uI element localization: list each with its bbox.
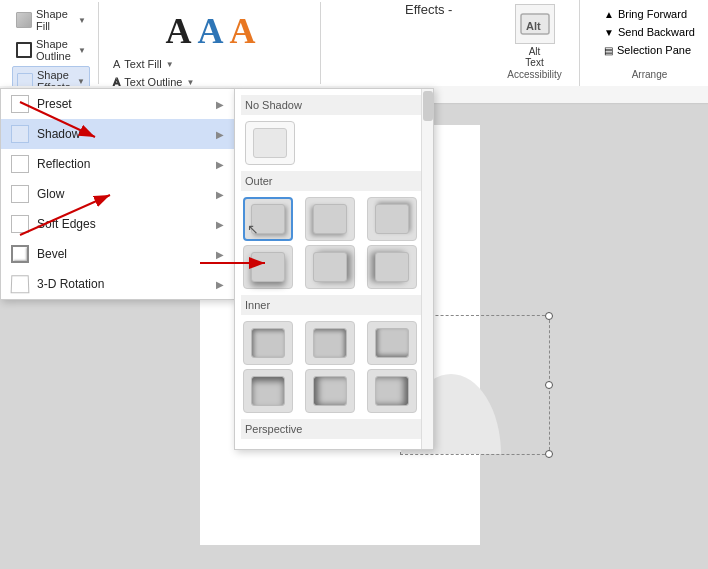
- no-shadow-label: No Shadow: [241, 95, 427, 115]
- text-fill-btn[interactable]: A Text Fill ▼: [109, 56, 312, 72]
- shape-fill-arrow: ▼: [78, 16, 86, 25]
- perspective-label: Perspective: [241, 419, 427, 439]
- inner-shadow-1[interactable]: [243, 321, 293, 365]
- bring-forward-button[interactable]: ▲ Bring Forward: [600, 6, 699, 22]
- outer-shadow-6-inner: [375, 252, 409, 282]
- effects-header: Effects -: [405, 2, 452, 17]
- preset-icon: [11, 95, 29, 113]
- inner-shadow-5-inner: [313, 376, 347, 406]
- send-backward-icon: ▼: [604, 27, 614, 38]
- glow-icon: [11, 185, 29, 203]
- shape-outline-icon: [16, 42, 32, 58]
- context-menu: Preset ▶ Shadow ▶ Reflection ▶ Glow ▶ So…: [0, 88, 235, 300]
- ribbon-top: Shape Fill ▼ Shape Outline ▼ Shape Effec…: [0, 0, 708, 86]
- send-backward-label: Send Backward: [618, 26, 695, 38]
- inner-shadow-5[interactable]: [305, 369, 355, 413]
- shape-outline-label: Shape Outline: [36, 38, 74, 62]
- selection-pane-label: Selection Pane: [617, 44, 691, 56]
- inner-shadow-6-inner: [375, 376, 409, 406]
- glow-label: Glow: [37, 187, 208, 201]
- wordart-styles-section: A A A A Text Fill ▼ A Text Outline ▼: [101, 2, 321, 84]
- shape-outline-button[interactable]: Shape Outline ▼: [12, 36, 90, 64]
- shape-effects-arrow: ▼: [77, 77, 85, 86]
- outer-shadow-3[interactable]: [367, 197, 417, 241]
- text-fill-icon: A: [113, 58, 120, 70]
- inner-shadow-grid: [241, 319, 427, 419]
- accessibility-section: Alt Alt Text Accessibility: [490, 0, 580, 86]
- menu-item-shadow[interactable]: Shadow ▶: [1, 119, 234, 149]
- inner-label: Inner: [241, 295, 427, 315]
- 3d-rotation-icon: [11, 275, 30, 293]
- no-shadow-section: [241, 119, 427, 171]
- bevel-label: Bevel: [37, 247, 208, 261]
- shape-styles-section: Shape Fill ▼ Shape Outline ▼ Shape Effec…: [4, 2, 99, 84]
- menu-item-3d-rotation[interactable]: 3-D Rotation ▶: [1, 269, 234, 299]
- inner-shadow-2-inner: [313, 328, 347, 358]
- bring-forward-icon: ▲: [604, 9, 614, 20]
- menu-item-soft-edges[interactable]: Soft Edges ▶: [1, 209, 234, 239]
- inner-shadow-4[interactable]: [243, 369, 293, 413]
- inner-shadow-6[interactable]: [367, 369, 417, 413]
- wordart-letter-black[interactable]: A: [166, 10, 192, 52]
- inner-shadow-1-inner: [251, 328, 285, 358]
- wordart-items: A A A: [166, 6, 256, 56]
- 3d-rotation-label: 3-D Rotation: [37, 277, 208, 291]
- outer-shadow-4[interactable]: [243, 245, 293, 289]
- accessibility-label: Accessibility: [507, 69, 561, 82]
- no-shadow-inner: [253, 128, 287, 158]
- no-shadow-item[interactable]: [245, 121, 295, 165]
- shape-fill-label: Shape Fill: [36, 8, 74, 32]
- outer-shadow-1[interactable]: ↖: [243, 197, 293, 241]
- wordart-letter-blue[interactable]: A: [198, 10, 224, 52]
- reflection-icon: [11, 155, 29, 173]
- inner-shadow-3-inner: [375, 328, 409, 358]
- menu-item-preset[interactable]: Preset ▶: [1, 89, 234, 119]
- preset-arrow: ▶: [216, 99, 224, 110]
- cursor-pointer: ↖: [247, 221, 259, 237]
- inner-shadow-2[interactable]: [305, 321, 355, 365]
- shadow-sub-panel: No Shadow Outer ↖ Inner: [234, 88, 434, 450]
- inner-shadow-4-inner: [251, 376, 285, 406]
- arrange-buttons: ▲ Bring Forward ▼ Send Backward ▤ Select…: [600, 4, 699, 60]
- outer-shadow-5[interactable]: [305, 245, 355, 289]
- wordart-letter-orange[interactable]: A: [230, 10, 256, 52]
- arrange-section: ▲ Bring Forward ▼ Send Backward ▤ Select…: [590, 0, 708, 86]
- bevel-icon: [11, 245, 29, 263]
- shape-handle-mid-right[interactable]: [545, 381, 553, 389]
- menu-item-bevel[interactable]: Bevel ▶: [1, 239, 234, 269]
- menu-item-reflection[interactable]: Reflection ▶: [1, 149, 234, 179]
- soft-edges-icon: [11, 215, 29, 233]
- svg-text:Alt: Alt: [526, 20, 541, 32]
- shape-handle-bottom-right[interactable]: [545, 450, 553, 458]
- outer-shadow-4-inner: [251, 252, 285, 282]
- selection-pane-icon: ▤: [604, 45, 613, 56]
- preset-label: Preset: [37, 97, 208, 111]
- sub-panel-scrollbar[interactable]: [421, 89, 433, 449]
- send-backward-button[interactable]: ▼ Send Backward: [600, 24, 699, 40]
- shadow-arrow: ▶: [216, 129, 224, 140]
- alt-text-icon: Alt: [515, 4, 555, 44]
- reflection-arrow: ▶: [216, 159, 224, 170]
- shape-handle-top-right[interactable]: [545, 312, 553, 320]
- soft-edges-arrow: ▶: [216, 219, 224, 230]
- bring-forward-label: Bring Forward: [618, 8, 687, 20]
- outer-shadow-3-inner: [375, 204, 409, 234]
- outer-shadow-2-inner: [313, 204, 347, 234]
- menu-item-glow[interactable]: Glow ▶: [1, 179, 234, 209]
- alt-text-button[interactable]: Alt Alt Text: [515, 4, 555, 68]
- inner-shadow-3[interactable]: [367, 321, 417, 365]
- text-fill-label: Text Fill: [124, 58, 161, 70]
- shape-fill-icon: [16, 12, 32, 28]
- outer-shadow-6[interactable]: [367, 245, 417, 289]
- scroll-thumb[interactable]: [423, 91, 433, 121]
- outer-label: Outer: [241, 171, 427, 191]
- bevel-arrow: ▶: [216, 249, 224, 260]
- shape-fill-button[interactable]: Shape Fill ▼: [12, 6, 90, 34]
- shadow-label: Shadow: [37, 127, 208, 141]
- selection-pane-button[interactable]: ▤ Selection Pane: [600, 42, 699, 58]
- outer-shadow-2[interactable]: [305, 197, 355, 241]
- shape-outline-arrow: ▼: [78, 46, 86, 55]
- outer-shadow-grid: ↖: [241, 195, 427, 295]
- text-fill-arrow: ▼: [166, 60, 174, 69]
- arrange-label: Arrange: [632, 69, 668, 82]
